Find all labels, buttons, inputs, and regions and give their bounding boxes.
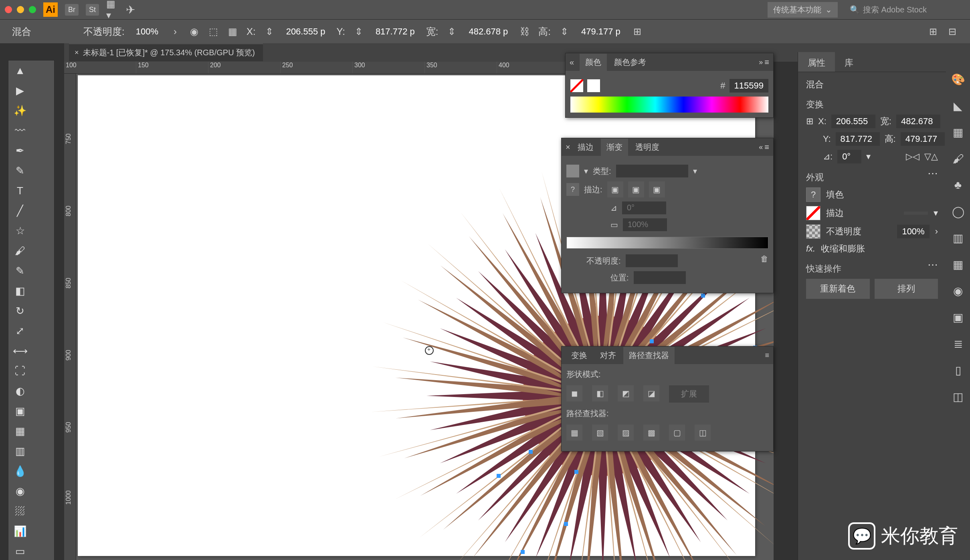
anchor-point[interactable]	[497, 474, 501, 478]
panel-menu-icon[interactable]: ≡	[765, 351, 769, 360]
color-spectrum[interactable]	[570, 97, 768, 113]
tab-stroke[interactable]: 描边	[572, 139, 599, 156]
stroke-align-mid-icon[interactable]: ▣	[628, 181, 644, 197]
fill-swatch-icon[interactable]	[570, 79, 583, 92]
chevron-down-icon[interactable]: ▾	[584, 166, 588, 176]
tab-color[interactable]: 颜色	[580, 54, 607, 71]
bridge-button[interactable]: Br	[65, 4, 79, 16]
tab-align[interactable]: 对齐	[594, 347, 622, 364]
anchor-point[interactable]	[529, 450, 533, 454]
anchor-point[interactable]	[521, 550, 525, 554]
gradient-tool-icon[interactable]: ▥	[8, 441, 32, 461]
pf-minus-back-icon[interactable]: ◫	[695, 425, 711, 441]
stepper-icon[interactable]: ⇕	[559, 26, 570, 37]
eyedropper-tool-icon[interactable]: 💧	[8, 461, 32, 481]
tab-properties[interactable]: 属性	[798, 52, 835, 72]
fx-icon[interactable]: fx.	[806, 244, 815, 254]
anchor-point[interactable]	[701, 294, 705, 298]
transparency-checker-icon[interactable]: ▦	[951, 257, 965, 272]
panel-menu-icon[interactable]: ≡	[764, 58, 769, 67]
tab-gradient[interactable]: 渐变	[601, 139, 628, 156]
free-transform-tool-icon[interactable]: ⛶	[8, 361, 32, 381]
type-tool-icon[interactable]: T	[8, 181, 32, 201]
stepper-icon[interactable]: ⇕	[446, 26, 457, 37]
prefs-icon[interactable]: ⊞	[928, 26, 939, 37]
tab-pathfinder[interactable]: 路径查找器	[623, 347, 675, 364]
pf-unite-icon[interactable]: ◼	[566, 385, 582, 401]
stroke-swatch-icon[interactable]	[587, 79, 600, 92]
pen-tool-icon[interactable]: ✒	[8, 141, 32, 161]
prop-angle-field[interactable]: 0°	[837, 150, 861, 163]
chevron-right-icon[interactable]: ›	[935, 226, 938, 237]
stepper-icon[interactable]: ⇕	[264, 26, 275, 37]
line-tool-icon[interactable]: ╱	[8, 201, 32, 221]
isolate-icon[interactable]: ⬚	[208, 26, 219, 37]
chevron-down-icon[interactable]: ▾	[693, 166, 697, 176]
recolor-icon[interactable]: ◉	[189, 26, 200, 37]
color-palette-icon[interactable]: 🎨	[951, 72, 965, 87]
symbol-sprayer-tool-icon[interactable]: ⛆	[8, 501, 32, 521]
document-tab[interactable]: × 未标题-1 [已恢复]* @ 175.34% (RGB/GPU 预览)	[69, 44, 263, 61]
trash-icon[interactable]: 🗑	[760, 254, 768, 264]
asset-export-icon[interactable]: ▯	[951, 363, 965, 377]
x-field[interactable]: 206.555 p	[283, 26, 329, 38]
artboards-icon[interactable]: ◫	[951, 389, 965, 404]
ref-point-icon[interactable]: ⊞	[806, 116, 813, 127]
appearance-sun-icon[interactable]: ◉	[951, 284, 965, 298]
stroke-ring-icon[interactable]: ◯	[951, 204, 965, 219]
opacity-checker-icon[interactable]	[806, 224, 820, 239]
chevron-down-icon[interactable]: ▾	[934, 208, 938, 218]
window-close-traffic[interactable]	[5, 6, 12, 13]
scale-tool-icon[interactable]: ⤢	[8, 321, 32, 341]
brushes-tree-icon[interactable]: 🖌	[951, 151, 965, 166]
pf-trim-icon[interactable]: ▧	[592, 425, 608, 441]
shape-builder-tool-icon[interactable]: ◐	[8, 381, 32, 401]
gradient-type-select[interactable]	[616, 165, 688, 177]
panel-expand-icon[interactable]: »	[759, 58, 763, 66]
pf-merge-icon[interactable]: ▨	[618, 425, 634, 441]
width-tool-icon[interactable]: ⟷	[8, 341, 32, 361]
chevron-down-icon[interactable]: ▾	[866, 151, 871, 162]
arrange-button[interactable]: 排列	[875, 279, 938, 299]
panel-menu-icon[interactable]: ≡	[764, 143, 769, 152]
y-field[interactable]: 817.772 p	[372, 26, 418, 38]
tab-transparency[interactable]: 透明度	[630, 139, 665, 156]
pf-exclude-icon[interactable]: ◪	[643, 385, 659, 401]
stepper-icon[interactable]: ⇕	[353, 26, 364, 37]
align-icon[interactable]: ▦	[227, 26, 238, 37]
stroke-swatch-icon[interactable]	[806, 206, 820, 220]
flip-v-icon[interactable]: ▽△	[924, 151, 938, 162]
mesh-tool-icon[interactable]: ▦	[8, 421, 32, 441]
more-options-icon[interactable]: ⋯	[928, 167, 938, 180]
prop-y-field[interactable]: 817.772	[836, 132, 880, 146]
grad-opacity-select[interactable]	[626, 254, 678, 267]
gradient-preview-icon[interactable]	[566, 165, 579, 177]
recolor-button[interactable]: 重新着色	[806, 279, 870, 299]
tab-color-guide[interactable]: 颜色参考	[608, 54, 652, 71]
close-tab-icon[interactable]: ×	[75, 48, 79, 57]
prop-h-field[interactable]: 479.177	[901, 132, 945, 146]
gradient-slider[interactable]	[566, 237, 768, 249]
prop-x-field[interactable]: 206.555	[831, 115, 875, 128]
tab-libraries[interactable]: 库	[835, 52, 863, 72]
window-max-traffic[interactable]	[29, 6, 36, 13]
prop-w-field[interactable]: 482.678	[896, 115, 940, 128]
hex-input[interactable]: 115599	[730, 79, 768, 93]
gradient-square-icon[interactable]: ▥	[951, 231, 965, 245]
stroke-align-out-icon[interactable]: ▣	[649, 181, 665, 197]
expand-button[interactable]: 扩展	[669, 385, 709, 403]
panel-collapse-icon[interactable]: «	[759, 143, 763, 151]
fill-swatch-question-icon[interactable]: ?	[806, 187, 820, 202]
flip-h-icon[interactable]: ▷◁	[906, 151, 919, 162]
direct-selection-tool-icon[interactable]: ▶	[8, 81, 32, 101]
anchor-point[interactable]	[574, 470, 578, 474]
pf-minus-front-icon[interactable]: ◧	[592, 385, 608, 401]
tab-transform[interactable]: 变换	[566, 347, 593, 364]
color-guide-fan-icon[interactable]: ◣	[951, 99, 965, 113]
curvature-tool-icon[interactable]: ✎	[8, 161, 32, 181]
opacity-chevron-icon[interactable]: ›	[170, 26, 181, 37]
lasso-tool-icon[interactable]: 〰	[8, 121, 32, 141]
eraser-tool-icon[interactable]: ◧	[8, 281, 32, 301]
workspace-switcher[interactable]: 传统基本功能 ⌄	[768, 2, 838, 18]
opacity-field[interactable]: 100%	[897, 225, 929, 238]
